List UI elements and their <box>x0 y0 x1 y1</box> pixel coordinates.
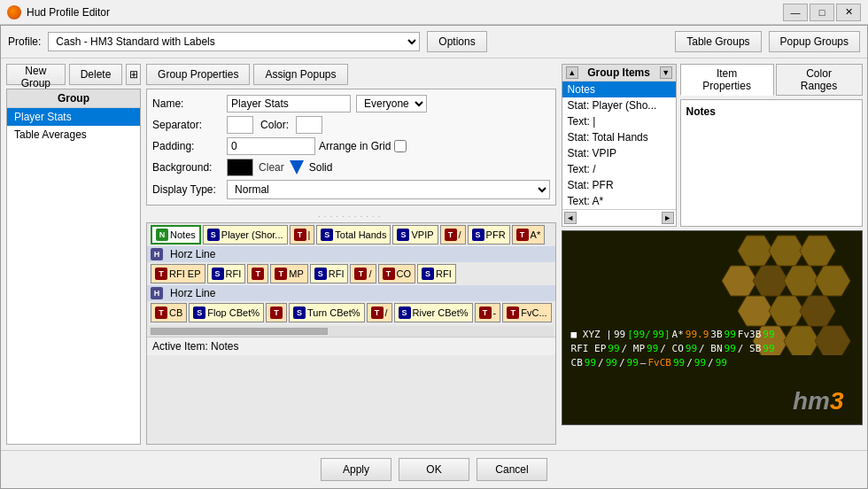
item-properties-tab[interactable]: Item Properties <box>680 64 774 96</box>
hud-item-turn-cbet[interactable]: S Turn CBet% <box>289 303 365 322</box>
group-item-stat-player[interactable]: Stat: Player (Sho... <box>562 97 676 113</box>
scroll-up-button[interactable]: ▲ <box>566 66 578 79</box>
stat-line-3: CB 99 / 99 / 99 — FvCB 99 / 99 / 99 <box>571 357 853 369</box>
background-row: Clear Solid <box>227 159 550 176</box>
badge-s-10: S <box>399 307 411 319</box>
hud-item-vpip[interactable]: S VPIP <box>392 225 438 244</box>
hud-item-total-hands[interactable]: S Total Hands <box>316 225 391 244</box>
hud-item-text-5[interactable]: T <box>266 303 287 322</box>
badge-n: N <box>156 229 168 241</box>
right-top-area: ▲ Group Items ▼ Notes Stat: Player (Sho.… <box>562 64 863 227</box>
name-label: Name: <box>152 97 223 110</box>
new-group-button[interactable]: New Group <box>6 64 66 85</box>
options-button[interactable]: Options <box>427 31 486 52</box>
group-item-player-stats[interactable]: Player Stats <box>7 108 140 126</box>
svg-marker-0 <box>738 236 773 266</box>
image-button[interactable]: ⊞ <box>126 64 141 85</box>
hud-item-text-slash[interactable]: T / <box>440 225 466 244</box>
color-picker-box[interactable] <box>296 116 322 134</box>
hud-item-rfi-3[interactable]: S RFI <box>417 264 456 283</box>
hud-row-2: T RFI EP S RFI T T MP S <box>147 262 555 285</box>
hud-horz-line-1[interactable]: H Horz Line <box>147 246 555 262</box>
hud-item-text-4[interactable]: T <box>247 264 268 283</box>
position-select[interactable]: Everyone <box>356 95 427 113</box>
display-type-label: Display Type: <box>152 183 223 196</box>
hud-item-mp-text[interactable]: T MP <box>270 264 308 283</box>
clear-button[interactable]: Clear <box>259 161 284 174</box>
badge-s-3: S <box>397 229 409 241</box>
hud-item-text-dash[interactable]: T - <box>475 303 501 322</box>
popup-groups-button[interactable]: Popup Groups <box>769 31 860 52</box>
hud-item-text-pipe[interactable]: T | <box>290 225 315 244</box>
solid-label: Solid <box>309 161 333 174</box>
maximize-button[interactable]: □ <box>810 4 834 21</box>
hud-horz-line-2[interactable]: H Horz Line <box>147 285 555 301</box>
close-button[interactable]: ✕ <box>836 4 861 21</box>
hud-item-notes[interactable]: N Notes <box>151 225 201 244</box>
group-item-stat-total[interactable]: Stat: Total Hands <box>562 129 676 145</box>
group-items-list: Notes Stat: Player (Sho... Text: | Stat:… <box>562 82 676 209</box>
hud-item-flop-cbet[interactable]: S Flop CBet% <box>189 303 264 322</box>
horizontal-scrollbar[interactable] <box>149 326 554 337</box>
svg-marker-4 <box>753 266 788 296</box>
svg-marker-2 <box>800 236 835 266</box>
hud-item-fvc[interactable]: T FvC... <box>502 303 551 322</box>
hud-item-pfr[interactable]: S PFR <box>468 225 510 244</box>
group-item-text-slash[interactable]: Text: / <box>562 161 676 177</box>
separator-label: Separator: <box>152 119 223 131</box>
ok-button[interactable]: OK <box>399 458 469 481</box>
svg-marker-8 <box>769 296 804 326</box>
stat-line-1: ■ XYZ | 99 [99/ 99] A* 99.9 3B 99 Fv3B 9… <box>571 329 853 340</box>
minimize-button[interactable]: — <box>783 4 808 21</box>
right-section: ▲ Group Items ▼ Notes Stat: Player (Sho.… <box>562 64 863 445</box>
left-panel: New Group Delete ⊞ Group Player Stats Ta… <box>6 64 141 445</box>
group-properties-button[interactable]: Group Properties <box>146 64 250 85</box>
group-item-text-astar[interactable]: Text: A* <box>562 193 676 209</box>
badge-s-4: S <box>472 229 484 241</box>
apply-button[interactable]: Apply <box>321 458 391 481</box>
padding-input[interactable] <box>227 137 315 155</box>
separator-color-box[interactable] <box>227 116 253 134</box>
scroll-right-button[interactable]: ► <box>662 212 674 224</box>
cancel-button[interactable]: Cancel <box>477 458 547 481</box>
hud-item-player-short[interactable]: S Player (Shor... <box>203 225 288 244</box>
badge-t-8: T <box>383 268 395 280</box>
props-notes-label: Notes <box>686 105 716 118</box>
assign-popups-button[interactable]: Assign Popups <box>253 64 347 85</box>
hud-item-co-text[interactable]: T CO <box>378 264 416 283</box>
hud-item-river-cbet[interactable]: S River CBet% <box>394 303 473 322</box>
arrange-label: Arrange in Grid <box>319 140 391 152</box>
background-color-box[interactable] <box>227 159 253 176</box>
group-list: Group Player Stats Table Averages <box>6 89 141 445</box>
hud-item-text-slash-3[interactable]: T / <box>367 303 392 322</box>
props-content: Notes <box>680 99 863 227</box>
hud-item-text-slash-2[interactable]: T / <box>350 264 376 283</box>
color-ranges-tab[interactable]: Color Ranges <box>776 64 863 96</box>
padding-label: Padding: <box>152 140 223 152</box>
scroll-left-button[interactable]: ◄ <box>564 212 577 224</box>
group-props-tabs: Group Properties Assign Popups <box>146 64 556 85</box>
display-type-select[interactable]: Normal <box>227 180 550 199</box>
scroll-down-button[interactable]: ▼ <box>660 66 672 79</box>
props-tabs: Item Properties Color Ranges <box>680 64 863 96</box>
hud-item-rfi-1[interactable]: S RFI <box>207 264 246 283</box>
group-item-notes[interactable]: Notes <box>562 82 676 97</box>
arrange-checkbox[interactable] <box>394 140 407 152</box>
hud-item-rfi-ep-text[interactable]: T RFI EP <box>151 264 205 283</box>
delete-button[interactable]: Delete <box>69 64 123 85</box>
name-input[interactable] <box>227 95 351 113</box>
hud-item-text-astar[interactable]: T A* <box>512 225 546 244</box>
group-item-text-pipe[interactable]: Text: | <box>562 113 676 129</box>
svg-marker-7 <box>738 296 773 326</box>
hud-item-rfi-2[interactable]: S RFI <box>310 264 349 283</box>
table-groups-button[interactable]: Table Groups <box>675 31 761 52</box>
group-item-stat-vpip[interactable]: Stat: VPIP <box>562 145 676 161</box>
profile-select[interactable]: Cash - HM3 Standard with Labels <box>48 32 420 51</box>
color-label: Color: <box>260 119 289 131</box>
bottom-bar: Apply OK Cancel <box>1 450 867 488</box>
scrollbar-thumb[interactable] <box>151 328 328 335</box>
group-item-table-averages[interactable]: Table Averages <box>7 126 140 144</box>
group-item-stat-pfr[interactable]: Stat: PFR <box>562 177 676 193</box>
hud-item-cb-text[interactable]: T CB <box>151 303 187 322</box>
svg-marker-9 <box>800 296 835 326</box>
